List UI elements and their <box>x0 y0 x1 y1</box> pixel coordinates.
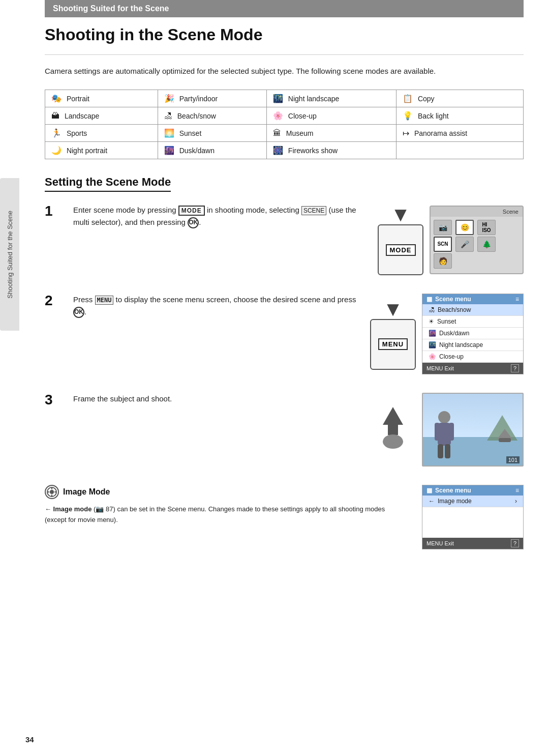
svg-rect-10 <box>438 444 443 458</box>
scene-icon-header: ▦ <box>426 296 432 303</box>
image-mode-description: ← Image mode (📷 87) can be set in the Sc… <box>45 504 402 526</box>
party-icon: 🎉 <box>164 94 174 103</box>
menu-spacer <box>422 507 523 538</box>
chevron-right-icon: › <box>515 498 517 505</box>
landscape-icon: 🏔 <box>51 111 59 120</box>
image-mode-heading: Image Mode <box>63 487 110 497</box>
dusk-menu-icon: 🌆 <box>429 330 436 337</box>
image-mode-menu-header: ▦ Scene menu ≡ <box>422 485 523 496</box>
boat-svg <box>495 429 515 444</box>
finger-press-svg <box>373 407 413 453</box>
table-row: 🏃 Sports 🌅 Sunset 🏛 Museum ↦ Panorama as… <box>45 125 524 142</box>
table-cell: 💡 Back light <box>396 107 524 125</box>
intro-text: Camera settings are automatically optimi… <box>45 65 524 77</box>
sunset-menu-label: Sunset <box>437 318 456 325</box>
ok-button-label: OK <box>188 217 199 228</box>
svg-rect-2 <box>386 438 400 448</box>
backlight-icon: 💡 <box>403 111 413 120</box>
ok-button-label-2: OK <box>73 307 84 318</box>
camera-icons-grid: 📷 😊 HIISO SCN 🎤 🌲 🧑 <box>431 217 523 272</box>
fireworks-icon: 🎆 <box>273 146 283 155</box>
table-cell: 📋 Copy <box>396 90 524 107</box>
dusk-icon: 🌆 <box>164 146 174 155</box>
table-cell: 🌸 Close-up <box>266 107 396 125</box>
image-mode-svg-icon <box>46 486 57 498</box>
section-label: Shooting Suited for the Scene <box>45 0 524 17</box>
scene-modes-table: 🎭 Portrait 🎉 Party/indoor 🌃 Night landsc… <box>45 90 524 159</box>
table-cell: 🏛 Museum <box>266 125 396 142</box>
image-mode-scene-menu: ▦ Scene menu ≡ ← Image mode › MENU Exit … <box>422 485 524 549</box>
night-portrait-icon: 🌙 <box>51 146 62 155</box>
side-tab-text: Shooting Suited for the Scene <box>6 211 14 299</box>
image-mode-menu: ▦ Scene menu ≡ ← Image mode › MENU Exit … <box>422 485 524 549</box>
table-cell: ↦ Panorama assist <box>396 125 524 142</box>
closeup-menu-icon: 🌸 <box>429 353 436 360</box>
menu-item-beach: 🏖 Beach/snow <box>422 304 523 316</box>
svg-rect-9 <box>449 423 454 441</box>
svg-rect-16 <box>47 491 49 492</box>
scene-icon-header2: ▦ <box>426 487 432 494</box>
beach-icon: 🏖 <box>164 111 172 120</box>
svg-rect-8 <box>435 423 440 441</box>
setting-heading: Setting the Scene Mode <box>45 176 171 192</box>
menu-item-dusk: 🌆 Dusk/dawn <box>422 328 523 339</box>
portrait-icon: 🎭 <box>51 94 62 103</box>
cam-icon-hi-iso: HIISO <box>477 220 496 235</box>
table-cell: 🏖 Beach/snow <box>158 107 266 125</box>
table-cell: 🌅 Sunset <box>158 125 266 142</box>
svg-marker-4 <box>497 429 512 439</box>
mode-button-label: MODE <box>178 206 205 216</box>
person-svg <box>431 410 459 460</box>
copy-icon: 📋 <box>403 94 413 103</box>
svg-marker-0 <box>383 407 403 435</box>
museum-icon: 🏛 <box>273 129 281 137</box>
scene-photo-illustration: 🏖 <box>422 393 524 467</box>
sunset-menu-icon: ☀ <box>429 318 434 325</box>
cam-icon-face: 😊 <box>455 220 474 235</box>
step-1: 1 Enter scene mode by pressing MODE in s… <box>45 204 524 275</box>
closeup-icon: 🌸 <box>273 111 283 120</box>
svg-rect-17 <box>54 491 56 492</box>
sunset-icon: 🌅 <box>164 129 174 137</box>
menu-lines-icon2: ≡ <box>515 487 519 494</box>
dusk-menu-label: Dusk/dawn <box>439 330 469 337</box>
table-row: 🎭 Portrait 🎉 Party/indoor 🌃 Night landsc… <box>45 90 524 107</box>
beach-menu-label: Beach/snow <box>438 306 471 313</box>
image-mode-item-icon: ← <box>429 498 435 505</box>
table-cell: 🏃 Sports <box>45 125 158 142</box>
down-arrow-1: ▼ <box>390 204 411 224</box>
cam-icon-tree: 🌲 <box>477 237 496 252</box>
scene-selector-label: SCENE <box>301 206 326 215</box>
menu-exit-label: MENU Exit <box>426 365 454 371</box>
table-cell: 🏔 Landscape <box>45 107 158 125</box>
step-2-number: 2 <box>45 294 65 308</box>
table-cell <box>396 142 524 159</box>
steps-container: 1 Enter scene mode by pressing MODE in s… <box>45 204 524 467</box>
svg-rect-14 <box>51 487 52 489</box>
image-mode-exit-label: MENU Exit <box>426 540 454 546</box>
image-mode-title: Image Mode <box>45 485 402 499</box>
scene-menu-step2: ▦ Scene menu ≡ 🏖 Beach/snow ☀ Sunset <box>422 294 524 374</box>
table-cell: 🌃 Night landscape <box>266 90 396 107</box>
menu-lines-icon: ≡ <box>515 296 519 303</box>
svg-point-13 <box>50 490 54 494</box>
panorama-icon: ↦ <box>403 129 409 137</box>
table-cell: 🌙 Night portrait <box>45 142 158 159</box>
cam-icon-scene: SCN <box>434 237 452 252</box>
svg-point-6 <box>438 411 450 423</box>
menu-button-illustration: MENU <box>370 319 416 370</box>
cam-icon-person: 🧑 <box>434 253 452 269</box>
table-row: 🏔 Landscape 🏖 Beach/snow 🌸 Close-up 💡 Ba… <box>45 107 524 125</box>
cam-icon-mic: 🎤 <box>455 237 474 252</box>
mode-label: MODE <box>386 244 416 256</box>
step-2-text: Press MENU to display the scene menu scr… <box>73 294 360 318</box>
shutter-illustration <box>370 404 416 455</box>
image-mode-menu-title: Scene menu <box>435 487 471 494</box>
image-mode-menu-footer: MENU Exit ? <box>422 538 523 549</box>
sports-icon: 🏃 <box>51 129 62 137</box>
page-number: 34 <box>25 735 34 744</box>
cam-icon-camera: 📷 <box>434 220 452 235</box>
beach-menu-icon: 🏖 <box>429 306 435 313</box>
svg-rect-15 <box>51 495 52 497</box>
menu-item-closeup: 🌸 Close-up <box>422 351 523 363</box>
